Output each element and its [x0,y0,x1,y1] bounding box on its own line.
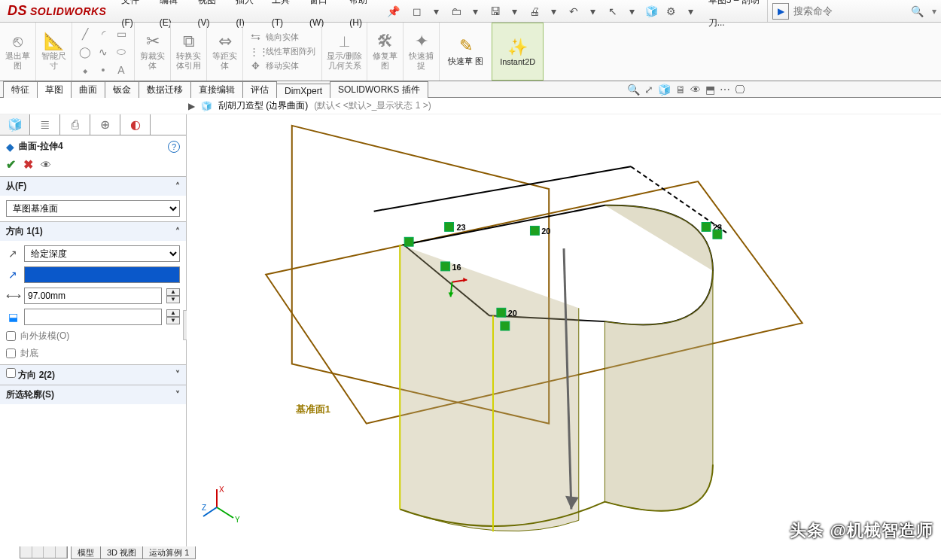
draft-icon[interactable]: ⬓ [6,311,20,323]
heads-up-toolbar[interactable]: 🔍⤢🧊🖥👁⬒⋯🖵 [627,81,745,98]
display-style-icon: 🖵 [735,84,745,96]
offset-entities-button[interactable]: ⇔等距实 体 [207,23,243,81]
watermark: 头条 @机械智造师 [790,519,933,542]
save-icon[interactable]: 🖫 [489,5,502,17]
circle-icon: ◯ [77,44,93,60]
chevron-down-icon: ˅ [175,390,180,400]
search-icon[interactable]: 🔍 [906,5,927,17]
move-entities-button[interactable]: ✥移动实体 [249,60,315,72]
svg-text:X: X [219,485,224,494]
direction-reference-input[interactable] [24,266,180,283]
svg-rect-15 [530,226,539,235]
from-condition-select[interactable]: 草图基准面 [6,200,180,217]
tab-evaluate[interactable]: 评估 [242,81,277,98]
select-icon[interactable]: ↖ [606,5,620,17]
expand-tree-icon[interactable]: ▶ [188,101,195,111]
svg-rect-12 [404,237,413,246]
rebuild-icon[interactable]: 🧊 [645,5,659,17]
exit-sketch-button[interactable]: ⎋退出草 图 [0,23,36,81]
search-input[interactable] [793,3,906,20]
search-scope-icon[interactable]: ▶ [772,3,789,20]
ok-button[interactable]: ✔ [6,157,16,172]
sketch-tools-grid[interactable]: ╱◜▭ ◯∿⬭ ⬥•A [77,26,129,78]
cap-end-checkbox[interactable]: 封底 [6,347,180,360]
tab-direct-edit[interactable]: 直接编辑 [190,81,243,98]
convert-entities-button[interactable]: ⧉转换实 体引用 [171,23,207,81]
depth-input[interactable] [24,288,162,304]
zoom-area-icon: ⤢ [644,84,653,96]
tab-surfaces[interactable]: 曲面 [71,81,105,98]
pm-tab-config[interactable]: ≣ [30,114,60,135]
quick-access-toolbar: ◻▾ 🗀▾ 🖫▾ 🖨▾ ↶▾ ↖▾ 🧊 ⚙▾ [406,5,702,17]
dir1-end-condition-select[interactable]: 给定深度 [24,245,180,262]
trim-button[interactable]: ✂剪裁实 体 [135,23,171,81]
section-contours-header[interactable]: 所选轮廓(S)˅ [0,385,186,404]
svg-text:Z: Z [202,504,206,512]
linear-pattern-button[interactable]: ⋮⋮线性草图阵列 [249,46,315,57]
svg-line-27 [217,507,233,518]
options-icon[interactable]: ⚙ [665,5,678,17]
text-icon: A [113,62,129,78]
tab-sheetmetal[interactable]: 钣金 [105,81,139,98]
pattern-stack: ⮀镜向实体 ⋮⋮线性草图阵列 ✥移动实体 [243,23,322,81]
help-icon[interactable]: ? [168,141,180,153]
direction-vector-icon[interactable]: ↗ [6,269,20,281]
chevron-down-icon: ˅ [175,370,180,380]
depth-spinner[interactable]: ▲▼ [166,288,180,303]
bottom-tab-model[interactable]: 模型 [71,546,101,559]
cancel-button[interactable]: ✖ [23,157,33,172]
pm-tab-appearance[interactable]: ◐ [120,114,151,135]
section-from-header[interactable]: 从(F)˄ [0,177,186,196]
tab-dimxpert[interactable]: DimXpert [276,84,330,98]
mirror-entities-button[interactable]: ⮀镜向实体 [249,32,315,43]
reverse-dir-icon[interactable]: ↗ [6,248,20,260]
pm-tab-display[interactable]: ⎙ [60,114,90,135]
rect-icon: ▭ [113,26,129,42]
print-icon[interactable]: 🖨 [528,5,541,17]
arc-icon: ◜ [95,26,111,42]
undo-icon[interactable]: ↶ [567,5,580,17]
tab-nav-buttons[interactable] [20,546,68,558]
spline-icon: ∿ [95,44,111,60]
smart-dimension-button[interactable]: 📐智能尺 寸 [36,23,72,81]
motion-tabs: 模型 3D 视图 运动算例 1 [20,546,195,560]
svg-text:20: 20 [541,227,550,236]
part-config: (默认< <默认>_显示状态 1 >) [314,99,431,112]
app-logo: DSSOLIDWORKS [0,3,114,19]
tab-features[interactable]: 特征 [3,81,38,98]
depth-icon: ⟷ [6,290,20,302]
slot-icon: ⬭ [113,44,129,60]
pm-tab-dim[interactable]: ⊕ [90,114,120,135]
pin-icon[interactable]: 📌 [381,5,406,17]
svg-text:16: 16 [452,263,461,272]
instant2d-button[interactable]: ✨Instant2D [492,23,544,81]
svg-rect-22 [702,223,711,232]
bottom-tab-motion[interactable]: 运动算例 1 [142,546,196,559]
preview-icon[interactable]: 👁 [41,159,51,171]
dir2-enable-checkbox[interactable] [6,368,16,378]
tab-sketch[interactable]: 草图 [37,81,72,98]
bottom-tab-3dview[interactable]: 3D 视图 [100,546,143,559]
property-manager: 🧊 ≣ ⎙ ⊕ ◐ ◆ 曲面-拉伸4 ? ✔ ✖ 👁 从(F)˄ 草图基准面 方… [0,114,187,557]
pm-tab-feature[interactable]: 🧊 [0,114,30,135]
draft-angle-input[interactable] [24,309,162,325]
tab-data-migration[interactable]: 数据迁移 [139,81,191,98]
new-icon[interactable]: ◻ [410,5,424,17]
quick-snap-button[interactable]: ✦快速捕 捉 [404,23,440,81]
repair-sketch-button[interactable]: 🛠修复草 图 [367,23,404,81]
section-dir2-header[interactable]: 方向 2(2) ˅ [0,365,186,385]
draft-outward-checkbox[interactable]: 向外拔模(O) [6,330,180,342]
rapid-sketch-button[interactable]: ✎快速草 图 [440,23,492,81]
orientation-triad[interactable]: X Y Z [202,485,247,531]
feature-breadcrumb[interactable]: ▶ 🧊 刮胡刀造型 (边界曲面) (默认< <默认>_显示状态 1 >) [0,98,941,114]
tab-addins[interactable]: SOLIDWORKS 插件 [330,81,428,98]
graphics-viewport[interactable]: 基准面1 23 20 16 20 23 X [187,114,941,546]
open-icon[interactable]: 🗀 [449,5,463,17]
draft-spinner[interactable]: ▲▼ [166,309,180,324]
section-dir1-header[interactable]: 方向 1(1)˄ [0,222,186,241]
relations-button[interactable]: ⟂显示/删除 几何关系 [322,23,367,81]
svg-rect-21 [501,321,510,330]
ribbon: ⎋退出草 图 📐智能尺 寸 ╱◜▭ ◯∿⬭ ⬥•A ✂剪裁实 体 ⧉转换实 体引… [0,23,941,81]
svg-rect-17 [441,262,450,271]
plane-label: 基准面1 [295,403,330,415]
